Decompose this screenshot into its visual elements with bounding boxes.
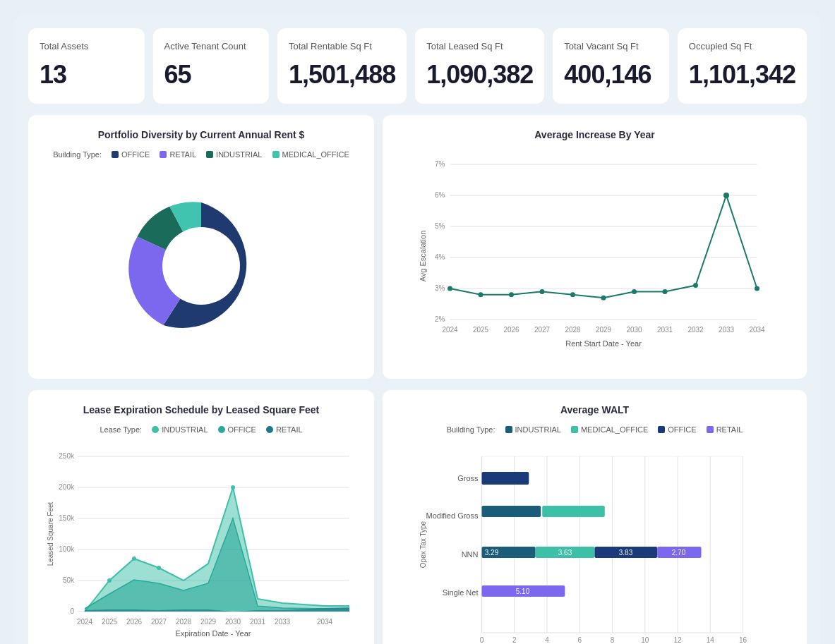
donut-chart-card: Portfolio Diversity by Current Annual Re… [28,115,374,379]
legend-item-office: OFFICE [112,150,150,159]
kpi-label-tenant-count: Active Tenant Count [164,41,258,53]
w-val-gross-office: 2.89 [531,475,546,482]
a-y-0: 0 [70,607,74,615]
walt-dot-retail [707,426,714,433]
a-y-200k: 200k [59,483,75,491]
donut-chart-title: Portfolio Diversity by Current Annual Re… [42,129,360,140]
y-tick-3: 3% [435,284,445,292]
walt-legend: Building Type: INDUSTRIAL MEDICAL_OFFICE… [397,425,793,434]
legend-item-medical: MEDICAL_OFFICE [272,150,349,159]
w-cat-singlenet: Single Net [443,588,479,597]
area-y-label: Leased Square Feet [47,502,54,566]
kpi-value-rentable-sqft: 1,501,488 [289,60,395,90]
x-label-2029: 2029 [596,326,612,334]
a-x-2033: 2033 [275,618,291,626]
walt-legend-medical: MEDICAL_OFFICE [571,425,648,434]
area-legend: Lease Type: INDUSTRIAL OFFICE RETAIL [42,425,360,434]
data-point-1 [479,292,483,297]
y-tick-2: 2% [435,315,445,323]
area-chart-svg: Leased Square Feet 250k 200k 150k 100k [42,442,360,640]
a-dot-ind-2025 [107,578,112,583]
w-x-12: 12 [673,636,682,644]
area-legend-label: Lease Type: [100,425,142,434]
a-x-2031: 2031 [250,618,266,626]
walt-chart-title: Average WALT [397,404,793,415]
donut-legend-label: Building Type: [53,150,102,159]
donut-center [162,227,240,305]
a-y-250k: 250k [59,452,75,460]
legend-item-retail: RETAIL [160,150,196,159]
line-y-label: Avg Escalation [419,231,427,282]
area-chart-title: Lease Expiration Schedule by Leased Squa… [42,404,360,415]
walt-text-retail: RETAIL [716,425,743,434]
y-tick-6: 6% [435,191,445,199]
x-label-2031: 2031 [657,326,673,334]
line-chart-polyline [450,195,757,298]
dashboard: Total Assets 13 Active Tenant Count 65 T… [14,14,821,644]
w-val-nnn-industrial: 3.29 [485,549,499,557]
legend-dot-medical [272,151,280,158]
a-x-2024: 2024 [77,618,93,626]
kpi-card-rentable-sqft: Total Rentable Sq Ft 1,501,488 [277,28,407,104]
area-legend-office: OFFICE [218,425,256,434]
w-bar-modgross-industrial [482,506,541,517]
x-label-2026: 2026 [503,326,519,334]
w-val-modgross-medical: 3.83 [608,508,622,516]
a-x-2029: 2029 [200,618,217,626]
w-val-nnn-retail: 2.70 [672,549,686,557]
w-val-singlenet-retail: 5.10 [516,588,530,595]
walt-y-label: Opex Tax Type [419,521,427,568]
data-point-10 [755,286,759,291]
x-label-2034: 2034 [749,326,765,334]
w-x-2: 2 [512,636,517,644]
kpi-value-total-assets: 13 [40,60,133,90]
w-x-6: 6 [577,636,582,644]
kpi-row: Total Assets 13 Active Tenant Count 65 T… [28,28,807,104]
line-x-label: Rent Start Date - Year [565,339,642,348]
line-chart-svg-container: Avg Escalation 7% 6% 5% 4% 3% [397,150,793,365]
area-text-retail: RETAIL [276,425,303,434]
a-x-2028: 2028 [176,618,192,626]
walt-legend-retail: RETAIL [707,425,743,434]
area-dot-retail [266,426,273,433]
a-x-2026: 2026 [126,618,143,626]
legend-dot-industrial [206,151,213,158]
kpi-card-vacant-sqft: Total Vacant Sq Ft 400,146 [553,28,669,104]
line-chart-svg: Avg Escalation 7% 6% 5% 4% 3% [397,150,793,362]
kpi-value-occupied-sqft: 1,101,342 [689,60,795,90]
w-x-4: 4 [545,636,549,644]
area-dot-industrial [152,426,159,433]
donut-container [42,167,360,365]
data-point-4 [570,292,575,297]
x-label-2028: 2028 [565,326,581,334]
walt-text-office: OFFICE [668,425,696,434]
w-bar-modgross-medical [542,506,605,517]
a-y-100k: 100k [59,545,75,553]
kpi-card-total-assets: Total Assets 13 [28,28,145,104]
x-label-2024: 2024 [442,326,458,334]
middle-chart-row: Portfolio Diversity by Current Annual Re… [28,115,807,379]
bottom-chart-row: Lease Expiration Schedule by Leased Squa… [28,390,807,644]
w-val-nnn-medical: 3.63 [558,549,572,557]
walt-dot-medical [571,426,578,433]
kpi-label-vacant-sqft: Total Vacant Sq Ft [564,41,658,53]
a-y-150k: 150k [59,514,75,522]
w-x-16: 16 [739,636,747,644]
kpi-value-vacant-sqft: 400,146 [564,60,658,90]
walt-svg: Opex Tax Type [397,442,793,644]
a-y-50k: 50k [63,576,75,584]
area-office-fill [85,518,349,612]
donut-svg [109,174,293,358]
walt-text-industrial: INDUSTRIAL [515,425,561,434]
kpi-card-leased-sqft: Total Leased Sq Ft 1,090,382 [415,28,544,104]
data-point-8 [693,283,698,288]
legend-dot-retail [160,151,167,158]
data-point-2 [509,292,514,297]
w-cat-gross: Gross [457,474,479,482]
kpi-card-occupied-sqft: Occupied Sq Ft 1,101,342 [678,28,807,104]
area-legend-retail: RETAIL [266,425,303,434]
x-label-2027: 2027 [534,326,551,334]
kpi-label-total-assets: Total Assets [40,41,133,53]
walt-dot-industrial [505,426,512,433]
x-label-2030: 2030 [626,326,642,334]
